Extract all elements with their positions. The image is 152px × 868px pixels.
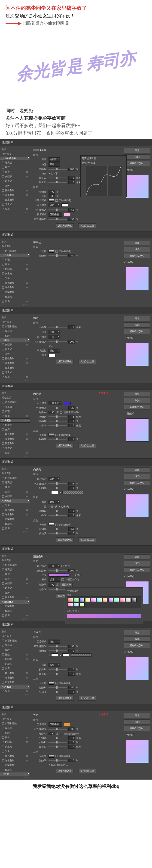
checkbox-icon[interactable] [2, 486, 4, 488]
sidebar-item[interactable]: 斜面和浮雕 [0, 721, 30, 726]
plus-icon[interactable]: ⊞ [26, 194, 28, 196]
sidebar-item[interactable]: 外发光 [0, 370, 30, 375]
cancel-button[interactable]: 取消 [124, 561, 150, 566]
sidebar-item[interactable]: 混合选项 [0, 471, 30, 476]
number-input[interactable]: 90 [48, 190, 55, 193]
checkbox-icon[interactable] [2, 367, 4, 369]
gradient-preset[interactable] [108, 598, 113, 602]
reset-button[interactable]: 复位为默认值 [78, 359, 96, 364]
cancel-button[interactable]: 取消 [124, 637, 150, 642]
slider[interactable] [48, 169, 67, 170]
checkbox-icon[interactable] [2, 727, 4, 730]
checkbox-icon[interactable] [55, 199, 58, 202]
sidebar-item[interactable]: 内阴影 ⊞ [0, 342, 30, 347]
dropdown[interactable]: 正片叠底 [48, 213, 62, 217]
checkbox-icon[interactable] [2, 596, 4, 598]
gradient-preset[interactable] [85, 598, 90, 602]
checkbox-icon[interactable] [2, 198, 4, 201]
checkbox-icon[interactable] [2, 509, 4, 511]
number-input[interactable]: 35 [68, 645, 75, 648]
plus-icon[interactable]: ⊞ [26, 760, 28, 762]
number-input[interactable]: 50 [68, 527, 75, 531]
sidebar-item[interactable]: 投影 ⊞ [0, 772, 30, 776]
checkbox-icon[interactable] [2, 592, 4, 594]
dropdown[interactable]: 正常 [48, 335, 60, 339]
slider[interactable] [48, 219, 67, 220]
sidebar-item[interactable]: 混合选项 [0, 558, 30, 563]
color-swatch[interactable] [64, 402, 71, 405]
dropdown[interactable]: 平滑 [48, 162, 60, 167]
gradient-bar[interactable] [67, 614, 141, 618]
checkbox-icon[interactable] [2, 681, 4, 684]
number-input[interactable]: 3 [68, 736, 75, 740]
plus-icon[interactable]: ⊞ [26, 741, 28, 743]
ok-button[interactable]: 确定 [124, 148, 150, 153]
gradient-preset[interactable] [126, 598, 131, 602]
slider[interactable] [48, 650, 67, 651]
checkbox-icon[interactable] [1, 500, 3, 502]
number-input[interactable]: 90 [48, 583, 55, 587]
sidebar-item[interactable]: 内阴影 ⊞ [0, 267, 30, 271]
color-swatch[interactable] [62, 653, 69, 657]
sidebar-item[interactable]: 描边 ⊞ [0, 414, 30, 418]
plus-icon[interactable]: ⊞ [26, 690, 28, 692]
plus-icon[interactable]: ⊞ [26, 176, 28, 178]
checkbox-icon[interactable] [2, 644, 4, 647]
gradient-picker[interactable] [48, 574, 69, 577]
new-style-button[interactable]: 新建样式(W)... [124, 567, 150, 572]
plus-icon[interactable]: ⊞ [26, 208, 28, 210]
checkbox-icon[interactable] [2, 189, 4, 192]
sidebar-item[interactable]: 斜面和浮雕 [0, 476, 30, 480]
reset-button[interactable]: 复位为默认值 [78, 537, 96, 542]
checkbox-icon[interactable] [2, 564, 4, 566]
checkbox-icon[interactable] [2, 582, 4, 585]
number-input[interactable]: 0 [68, 420, 75, 423]
checkbox-icon[interactable] [2, 614, 4, 617]
ok-button[interactable]: 确定 [124, 392, 150, 397]
plus-icon[interactable]: ⊞ [26, 614, 28, 617]
reset-button[interactable]: 复位为默认值 [78, 443, 96, 448]
color-swatch[interactable] [51, 653, 58, 657]
sidebar-item[interactable]: 混合选项 [0, 634, 30, 639]
checkbox-icon[interactable] [2, 176, 4, 178]
new-style-button[interactable]: 新建样式(W)... [124, 329, 150, 334]
checkbox-icon[interactable] [2, 296, 4, 298]
contour-picker[interactable] [48, 682, 54, 685]
slider[interactable] [48, 483, 67, 484]
checkbox-icon[interactable] [2, 518, 4, 520]
checkbox-icon[interactable] [2, 343, 4, 346]
sidebar-item[interactable]: 颜色叠加 ⊞ [0, 356, 30, 361]
number-input[interactable]: 5 [68, 176, 75, 180]
checkbox-icon[interactable] [2, 376, 4, 378]
cancel-button[interactable]: 取消 [124, 322, 150, 328]
slider[interactable] [48, 742, 67, 743]
radio[interactable]: ○ [48, 491, 50, 494]
number-input[interactable]: 7 [68, 745, 75, 749]
checkbox-icon[interactable] [2, 353, 4, 355]
sidebar-item[interactable]: 等高线 [0, 726, 30, 731]
slider[interactable] [48, 408, 67, 408]
plus-icon[interactable]: ⊞ [26, 286, 28, 289]
number-input[interactable]: 5 [68, 514, 75, 517]
contour-picker[interactable] [48, 754, 54, 758]
checkbox-icon[interactable] [2, 491, 4, 493]
plus-icon[interactable]: ⊞ [26, 582, 28, 585]
dropdown[interactable]: 正片叠底 [48, 401, 62, 405]
checkbox-icon[interactable] [60, 411, 62, 414]
default-button[interactable]: 设置为默认值 [56, 696, 74, 701]
sidebar-item[interactable]: 光泽 [0, 666, 30, 671]
slider[interactable] [48, 327, 67, 328]
number-input[interactable]: 3 [68, 415, 75, 418]
default-button[interactable]: 设置为默认值 [56, 223, 74, 228]
dropdown[interactable]: 滤色 [48, 640, 60, 644]
checkbox-icon[interactable] [2, 578, 4, 580]
checkbox-icon[interactable] [1, 157, 3, 159]
sidebar-item[interactable]: 投影 ⊞ [0, 526, 30, 531]
sidebar-item[interactable]: 投影 ⊞ [0, 207, 30, 211]
sidebar-item[interactable]: 外发光 [0, 768, 30, 772]
radio-group[interactable]: ● 上 ○ 下 [48, 172, 58, 175]
checkbox-icon[interactable] [2, 268, 4, 270]
checkbox-icon[interactable] [1, 773, 3, 775]
plus-icon[interactable]: ⊞ [26, 653, 28, 656]
curve-grid[interactable] [85, 166, 122, 196]
